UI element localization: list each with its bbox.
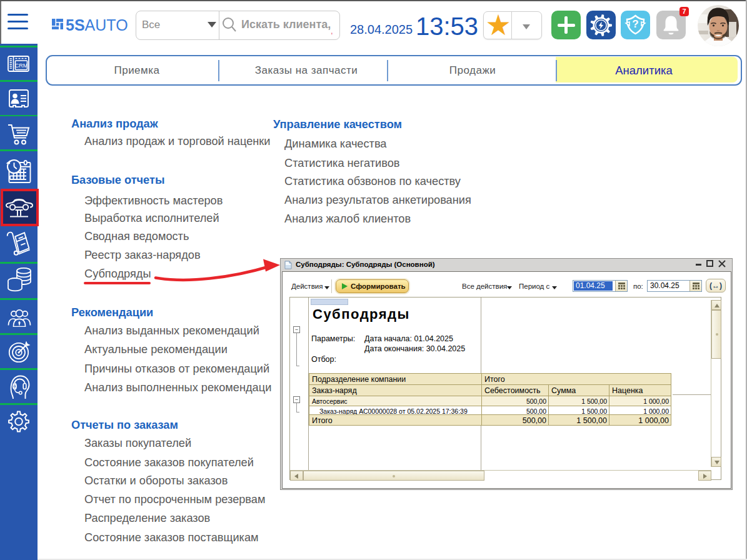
svg-text:CRM: CRM <box>15 62 28 69</box>
svg-text:?: ? <box>632 18 638 30</box>
